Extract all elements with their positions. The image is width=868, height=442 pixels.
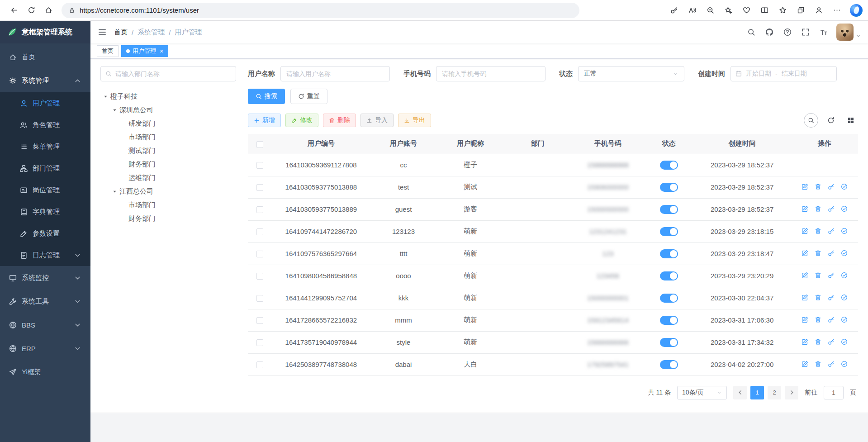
status-toggle[interactable]: [660, 205, 678, 214]
status-toggle[interactable]: [660, 338, 678, 347]
delete-icon[interactable]: [815, 205, 821, 212]
goto-page-input[interactable]: [824, 386, 844, 399]
sidebar-item-role-management[interactable]: 角色管理: [0, 114, 90, 136]
reset-password-icon[interactable]: [828, 272, 835, 279]
reset-password-icon[interactable]: [828, 316, 835, 323]
sidebar-item-dept-management[interactable]: 部门管理: [0, 157, 90, 179]
home-button[interactable]: [40, 2, 57, 19]
assign-role-icon[interactable]: [841, 294, 848, 301]
row-checkbox[interactable]: [256, 295, 263, 302]
reset-password-icon[interactable]: [828, 228, 835, 234]
sidebar-item-system-monitor[interactable]: 系统监控: [0, 266, 90, 290]
delete-icon[interactable]: [815, 294, 821, 301]
delete-icon[interactable]: [815, 228, 821, 234]
tree-node[interactable]: 研发部门: [100, 117, 236, 130]
status-toggle[interactable]: [660, 183, 678, 192]
assign-role-icon[interactable]: [841, 250, 848, 257]
import-button[interactable]: 导入: [360, 114, 394, 127]
status-toggle[interactable]: [660, 316, 678, 325]
edit-button[interactable]: 修改: [285, 114, 318, 127]
edit-icon[interactable]: [802, 361, 808, 367]
browser-essentials-button[interactable]: [738, 2, 755, 19]
username-input[interactable]: [280, 66, 390, 81]
delete-icon[interactable]: [815, 316, 821, 323]
status-toggle[interactable]: [660, 360, 678, 369]
page-size-select[interactable]: 10条/页: [677, 386, 727, 399]
refresh-button[interactable]: [23, 2, 40, 19]
row-checkbox[interactable]: [256, 251, 263, 257]
read-aloud-button[interactable]: [683, 2, 701, 19]
tab-home[interactable]: 首页: [97, 45, 119, 57]
row-checkbox[interactable]: [256, 273, 263, 280]
breadcrumb-item[interactable]: 首页: [114, 28, 128, 37]
zoom-button[interactable]: [702, 2, 719, 19]
add-favorite-button[interactable]: [720, 2, 737, 19]
tree-node[interactable]: 市场部门: [100, 130, 236, 144]
phone-input[interactable]: [436, 66, 545, 81]
tree-node[interactable]: 运维部门: [100, 171, 236, 185]
assign-role-icon[interactable]: [841, 361, 848, 367]
tab-user-management[interactable]: 用户管理×: [121, 45, 168, 57]
sidebar-item-menu-management[interactable]: 菜单管理: [0, 136, 90, 157]
sidebar-item-log-management[interactable]: 日志管理: [0, 244, 90, 266]
status-toggle[interactable]: [660, 294, 678, 303]
reset-password-icon[interactable]: [828, 250, 835, 257]
toggle-search-button[interactable]: [804, 113, 818, 128]
sidebar-item-bbs[interactable]: BBS: [0, 313, 90, 337]
reset-button[interactable]: 重置: [290, 89, 327, 104]
delete-icon[interactable]: [815, 361, 821, 367]
help-button[interactable]: [778, 23, 797, 41]
profile-button[interactable]: [810, 2, 827, 19]
status-toggle[interactable]: [660, 161, 678, 170]
github-button[interactable]: [760, 23, 778, 41]
reset-password-icon[interactable]: [828, 205, 835, 212]
sidebar-item-user-management[interactable]: 用户管理: [0, 92, 90, 114]
sidebar-item-system-management[interactable]: 系统管理: [0, 69, 90, 92]
collections-button[interactable]: [792, 2, 809, 19]
page-button-1[interactable]: 1: [750, 386, 764, 399]
add-button[interactable]: 新增: [248, 114, 281, 127]
refresh-table-button[interactable]: [824, 113, 838, 128]
more-button[interactable]: [828, 2, 845, 19]
row-checkbox[interactable]: [256, 317, 263, 324]
row-checkbox[interactable]: [256, 162, 263, 169]
copilot-button[interactable]: [850, 4, 863, 17]
edit-icon[interactable]: [802, 338, 808, 345]
date-range-picker[interactable]: 开始日期 - 结束日期: [730, 66, 837, 81]
row-checkbox[interactable]: [256, 184, 263, 191]
user-avatar[interactable]: [836, 24, 854, 41]
edit-icon[interactable]: [802, 294, 808, 301]
tree-node[interactable]: 橙子科技: [100, 90, 236, 103]
tree-node[interactable]: 江西总公司: [100, 185, 236, 198]
row-checkbox[interactable]: [256, 339, 263, 346]
row-checkbox[interactable]: [256, 206, 263, 213]
assign-role-icon[interactable]: [841, 228, 848, 234]
assign-role-icon[interactable]: [841, 183, 848, 190]
fullscreen-button[interactable]: [797, 23, 815, 41]
reset-password-icon[interactable]: [828, 294, 835, 301]
sidebar-item-system-tools[interactable]: 系统工具: [0, 290, 90, 313]
edit-icon[interactable]: [802, 250, 808, 257]
row-checkbox[interactable]: [256, 361, 263, 368]
edit-icon[interactable]: [802, 272, 808, 279]
sidebar-item-home[interactable]: 首页: [0, 45, 90, 69]
sidebar-item-dict-management[interactable]: 字典管理: [0, 201, 90, 223]
reset-password-icon[interactable]: [828, 183, 835, 190]
tree-node[interactable]: 测试部门: [100, 144, 236, 157]
tree-node[interactable]: 深圳总公司: [100, 103, 236, 117]
next-page-button[interactable]: [785, 386, 798, 399]
assign-role-icon[interactable]: [841, 205, 848, 212]
sidebar-item-param-settings[interactable]: 参数设置: [0, 223, 90, 244]
export-button[interactable]: 导出: [398, 114, 431, 127]
reset-password-icon[interactable]: [828, 361, 835, 367]
assign-role-icon[interactable]: [841, 338, 848, 345]
password-key-button[interactable]: [665, 2, 683, 19]
delete-button[interactable]: 删除: [323, 114, 356, 127]
collapse-sidebar-icon[interactable]: [98, 28, 107, 37]
delete-icon[interactable]: [815, 272, 821, 279]
sidebar-item-yi-framework[interactable]: Yi框架: [0, 360, 90, 384]
edit-icon[interactable]: [802, 316, 808, 323]
sidebar-item-post-management[interactable]: 岗位管理: [0, 179, 90, 201]
back-button[interactable]: [5, 2, 23, 19]
reset-password-icon[interactable]: [828, 338, 835, 345]
